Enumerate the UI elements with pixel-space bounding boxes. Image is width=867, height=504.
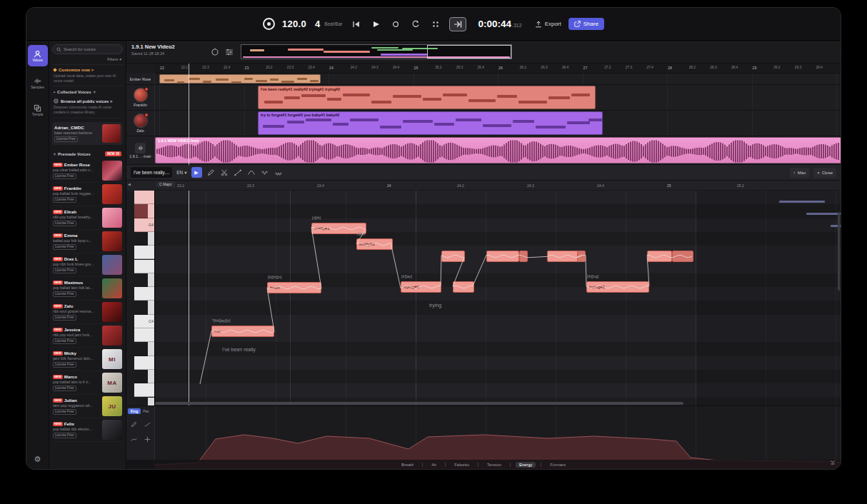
time-signature-value[interactable]: 4 [315,19,320,29]
bpm-display[interactable]: 120.0 [282,19,306,29]
piano-key[interactable] [134,356,155,370]
note[interactable] [577,251,586,262]
piano-key[interactable] [134,287,155,301]
note[interactable] [547,251,581,262]
clip-instrumental[interactable]: 1.9.1 NEW VIDEO-Instr [155,137,841,163]
piano-keys[interactable]: G4C4 [126,191,155,405]
rail-item-voices[interactable]: Voices [28,45,48,66]
draw-tool-icon[interactable] [131,418,137,430]
note[interactable] [441,251,465,262]
vertical-scrollbar[interactable] [838,212,840,291]
voice-search-input[interactable]: Search for voices [52,44,123,54]
param-tab-air[interactable]: Air [428,462,440,468]
reset-tool-icon[interactable] [144,433,151,445]
share-button[interactable]: Share [568,18,604,30]
arrange-ruler[interactable]: 2222.222.322.42323.223.323.42424.224.324… [155,64,841,74]
playhead[interactable] [189,64,189,165]
param-tab-formant[interactable]: Formant [546,462,569,468]
voice-row[interactable]: NEWMarcopop ballad latin lo-fi tr...Lice… [52,371,123,395]
voice-row[interactable]: NEWEmber Rosepop clear ballad edm c...Li… [52,159,123,183]
piano-key[interactable] [134,370,155,383]
piano-key[interactable]: G4 [134,218,155,232]
pitch-curve-tool-icon[interactable] [247,168,256,177]
voice-row[interactable]: NEWJulianlatin pop reggaeton afr...Licen… [52,395,123,418]
param-tab-breath[interactable]: Breath [398,462,417,468]
customize-banner[interactable]: Customize now > Upload vocal data, creat… [52,65,123,86]
clip-zalo[interactable]: try to forget#1 forget#2 you baby#1 baby… [258,111,603,135]
note[interactable]: been [267,282,321,293]
loop-button[interactable] [409,18,422,31]
browse-public-voices[interactable]: Browse all public voices > Discover comm… [52,97,123,119]
pencil-tool-icon[interactable] [206,168,216,177]
voice-row[interactable]: NEWElirahr&b pop ballad breathy...Licens… [52,206,123,230]
piano-key[interactable] [134,301,155,314]
param-tab-falsetto[interactable]: Falsetto [451,462,473,468]
pitch-line-tool-icon[interactable] [234,168,243,177]
app-logo-icon[interactable] [263,18,275,30]
voice-row[interactable]: NEWFranklinpop ballad funk reggae...Lice… [52,183,123,206]
note[interactable]: trying#2 [586,281,649,293]
voice-row[interactable]: NEWJessicar&b pop soul jazz funk...Licen… [52,324,123,348]
project-title-block[interactable]: 1.9.1 New Video2 Saved 11-28 18:24 [131,44,175,56]
piano-key[interactable] [134,191,155,204]
piano-key[interactable] [134,204,155,218]
lyric-input[interactable]: I've been really.... [131,167,172,178]
arrangement-minimap[interactable] [241,44,512,59]
clip-franklin[interactable]: I've been really#1 really#2 trying#1 try… [258,86,596,109]
track-header-franklin[interactable]: Franklin [126,85,155,110]
filters-button[interactable]: Filters▾ [52,54,123,65]
line-tool-icon[interactable] [144,418,151,430]
scissors-tool-icon[interactable] [220,168,229,177]
voice-row[interactable]: NEWEmmaballad pop folk kpop c...License … [52,230,123,253]
param-tab-tension[interactable]: Tension [483,462,505,468]
settings-gear-icon[interactable]: ⚙ [34,455,41,464]
track-header-instrumental[interactable]: 1.9.1 ...-Instr [126,136,155,164]
voice-row[interactable]: NEWDrex Lpop r&b funk blues gos...Licens… [52,253,123,277]
preview-play-button[interactable]: ▶ [191,167,202,178]
note[interactable]: trying#1 [401,281,441,293]
note[interactable] [647,251,672,262]
playhead[interactable] [189,191,189,405]
piano-key[interactable]: C4 [134,315,155,328]
piano-key[interactable] [134,273,155,287]
language-select[interactable]: EN▾ [176,170,186,176]
track-header-zalo[interactable]: Zalo [126,111,155,136]
collapse-params-icon[interactable] [829,455,836,468]
piano-key[interactable] [134,383,155,397]
note[interactable]: really#2 [356,238,393,250]
skip-back-button[interactable] [349,18,362,31]
piano-key[interactable] [134,342,155,356]
piano-ruler[interactable]: 23.223.323.42424.224.324.42525.2 [155,181,841,191]
voice-row[interactable]: NEWMickyjazz folk flamenco latin...Licen… [52,348,123,371]
premade-voices-header[interactable]: ▾ Premade Voices NEW 28 [52,148,123,159]
collapse-keys-button[interactable]: ◀ [128,182,131,186]
mixer-icon[interactable] [225,46,234,59]
close-editor-button[interactable]: ×Close [813,168,836,178]
voice-row[interactable]: NEWFelixpop ballad r&b electro...License… [52,418,123,442]
snap-grid-button[interactable] [429,18,442,31]
maximize-editor-button[interactable]: ↑Max [790,168,809,178]
note[interactable] [486,251,519,262]
rail-item-samples[interactable]: Samples [28,72,48,94]
param-tab-energy[interactable]: Energy [516,462,536,468]
record-button[interactable] [389,18,402,31]
voice-row[interactable]: NEWZalor&b soul gospel resona...License … [52,301,123,324]
horizontal-scrollbar[interactable] [155,402,841,405]
loop-range-icon[interactable] [211,46,219,59]
collected-voice-card[interactable]: Adrian_CMDC bass resonant baritone Licen… [52,122,123,145]
rail-item-templates[interactable]: Templa [28,99,48,121]
voice-row[interactable]: NEWMaximuspop ballad latin folk lat...Li… [52,277,123,301]
curve-tool-icon[interactable] [131,433,137,445]
track-header-ember[interactable]: Ember Rose [126,74,155,84]
minimap-viewport[interactable] [427,45,511,59]
collected-voices-header[interactable]: • Collected Voices ▾ [52,86,123,97]
sine-tool-icon[interactable] [261,168,270,177]
eng-tab[interactable]: Eng [128,408,141,414]
note[interactable] [672,251,693,262]
note[interactable] [519,251,528,262]
vibrato-tool-icon[interactable] [274,168,284,177]
scale-chip[interactable]: C Major [156,181,175,187]
piano-key[interactable] [134,246,155,259]
par-tab[interactable]: Par. [143,409,150,413]
piano-key[interactable] [134,398,155,406]
